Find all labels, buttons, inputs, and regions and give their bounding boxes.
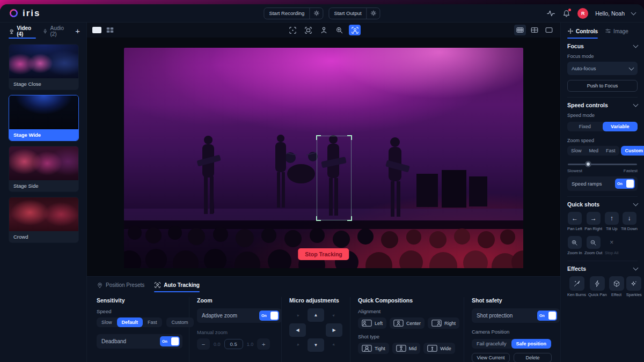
pan-down-button[interactable]: ▼: [308, 338, 324, 352]
zoom-slow-button[interactable]: Slow: [567, 146, 586, 156]
zoom-out-shot-button[interactable]: Zoom Out: [584, 236, 602, 255]
push-to-focus-button[interactable]: Push to Focus: [567, 80, 638, 92]
single-view-icon[interactable]: [92, 27, 101, 33]
pan-up-left-button[interactable]: ▲: [289, 308, 306, 322]
zoom-speed-slider[interactable]: [568, 161, 637, 167]
pan-left-button[interactable]: ◀: [289, 323, 306, 337]
zoom-decrease-button[interactable]: −: [197, 338, 210, 350]
tracking-box[interactable]: [317, 136, 352, 220]
pan-right-shot-button[interactable]: → Pan Right: [584, 212, 602, 231]
tilt-up-shot-button[interactable]: ↑ Tilt Up: [604, 212, 619, 231]
tab-position-presets[interactable]: Position Presets: [97, 277, 144, 292]
notifications-bell-icon[interactable]: [562, 9, 570, 18]
camera-thumbnail-stage-close[interactable]: Stage Close: [9, 44, 79, 90]
align-left-button[interactable]: Left: [358, 317, 386, 329]
pan-down-left-button[interactable]: ▲: [289, 338, 306, 352]
zoom-value[interactable]: 0.5: [224, 339, 243, 349]
cube-icon: [609, 276, 624, 291]
start-recording-button[interactable]: Start Recording: [264, 8, 323, 19]
quick-pan-effect-button[interactable]: Quick Pan: [588, 276, 607, 297]
tab-controls[interactable]: Controls: [567, 23, 598, 39]
collapse-chevron-icon[interactable]: [633, 102, 639, 107]
speed-ramps-toggle[interactable]: On: [615, 179, 635, 189]
tab-video[interactable]: Video (4): [9, 23, 36, 39]
layout-single-icon[interactable]: [543, 25, 555, 35]
recording-settings-gear-icon[interactable]: [310, 10, 323, 17]
grid-view-icon[interactable]: [106, 26, 114, 34]
zoom-custom-button[interactable]: Custom: [621, 146, 644, 156]
add-source-button[interactable]: +: [75, 26, 80, 35]
shot-mid-button[interactable]: Mid: [392, 343, 421, 354]
toggle-knob: [270, 312, 278, 320]
chevron-down-icon[interactable]: [631, 10, 636, 15]
video-canvas[interactable]: Stop Tracking: [124, 48, 523, 268]
shot-label: Zoom In: [567, 250, 582, 255]
fail-gracefully-button[interactable]: Fail gracefully: [472, 339, 511, 349]
zoom-med-button[interactable]: Med: [586, 146, 603, 156]
shot-protection-toggle[interactable]: On: [537, 311, 557, 321]
zoom-speed-segment: Slow Med Fast: [567, 146, 619, 156]
collapse-chevron-icon[interactable]: [633, 201, 639, 206]
adaptive-zoom-toggle[interactable]: On: [259, 311, 279, 321]
pan-up-right-button[interactable]: ▲: [326, 308, 342, 322]
layout-split-icon[interactable]: [529, 25, 540, 35]
camera-thumbnail-crowd[interactable]: Crowd: [9, 197, 79, 243]
mic-icon: [42, 28, 48, 35]
toggle-knob: [626, 180, 634, 188]
section-title: Effects: [567, 265, 586, 272]
zoom-increase-button[interactable]: +: [257, 338, 270, 350]
start-recording-label: Start Recording: [264, 10, 309, 16]
ken-burns-effect-button[interactable]: Ken Burns: [567, 276, 586, 297]
tilt-down-shot-button[interactable]: ↓ Tilt Down: [621, 212, 638, 231]
collapse-chevron-icon[interactable]: [633, 265, 639, 271]
tab-auto-tracking[interactable]: Auto Tracking: [154, 277, 200, 292]
delete-button[interactable]: Delete: [514, 353, 552, 362]
shot-tight-button[interactable]: Tight: [358, 343, 389, 354]
tracking-tool-icon[interactable]: [349, 25, 361, 35]
avatar[interactable]: R: [577, 8, 588, 19]
pan-down-right-button[interactable]: ▲: [326, 338, 342, 352]
activity-pulse-icon[interactable]: [546, 9, 555, 17]
align-right-label: Right: [444, 321, 456, 326]
pan-up-button[interactable]: ▲: [308, 308, 324, 322]
camera-thumbnail-stage-wide[interactable]: Stage Wide: [9, 95, 79, 141]
slider-handle[interactable]: [585, 161, 591, 167]
start-output-button[interactable]: Start Output: [328, 8, 380, 19]
collapse-chevron-icon[interactable]: [633, 43, 639, 48]
speed-fast-button[interactable]: Fast: [143, 317, 162, 327]
layout-grid-icon[interactable]: [514, 25, 526, 35]
shot-wide-button[interactable]: Wide: [423, 343, 455, 354]
effect-cube-button[interactable]: Effect: [609, 276, 624, 297]
speed-default-button[interactable]: Default: [117, 317, 143, 327]
user-menu[interactable]: Hello, Noah: [595, 10, 625, 17]
manual-zoom-stepper: − 0.0 0.5 1.0 +: [197, 338, 274, 350]
pan-left-shot-button[interactable]: ← Pan Left: [567, 212, 582, 231]
fixed-mode-button[interactable]: Fixed: [567, 122, 603, 131]
align-center-button[interactable]: Center: [390, 317, 425, 329]
output-settings-gear-icon[interactable]: [367, 10, 380, 17]
align-right-button[interactable]: Right: [428, 317, 459, 329]
focus-tool-icon[interactable]: [287, 25, 298, 35]
frame-tool-icon[interactable]: [302, 25, 314, 35]
zoom-tool-icon[interactable]: [333, 25, 345, 35]
focus-mode-select[interactable]: Auto-focus: [567, 62, 638, 75]
tab-audio[interactable]: Audio (2): [42, 23, 69, 39]
shot-type-label: Shot type: [358, 334, 456, 339]
variable-mode-button[interactable]: Variable: [603, 122, 638, 131]
zoom-in-shot-button[interactable]: Zoom In: [567, 236, 582, 255]
view-current-button[interactable]: View Current: [472, 353, 510, 362]
slider-max-label: Fastest: [624, 168, 638, 173]
speed-slow-button[interactable]: Slow: [97, 317, 117, 327]
joystick-tool-icon[interactable]: [318, 25, 330, 35]
sparkles-effect-button[interactable]: Sparkles: [626, 276, 642, 297]
slider-min-label: Slowest: [567, 168, 582, 173]
stop-all-button[interactable]: × Stop All: [604, 236, 619, 255]
zoom-fast-button[interactable]: Fast: [602, 146, 619, 156]
tab-image[interactable]: Image: [605, 23, 628, 39]
stop-tracking-button[interactable]: Stop Tracking: [298, 248, 349, 260]
pan-right-button[interactable]: ▶: [326, 323, 342, 337]
safe-position-button[interactable]: Safe position: [511, 339, 552, 349]
deadband-toggle[interactable]: On: [160, 336, 180, 346]
camera-thumbnail-stage-side[interactable]: Stage Side: [9, 146, 79, 192]
bottom-tabs: Position Presets Auto Tracking: [87, 276, 560, 292]
